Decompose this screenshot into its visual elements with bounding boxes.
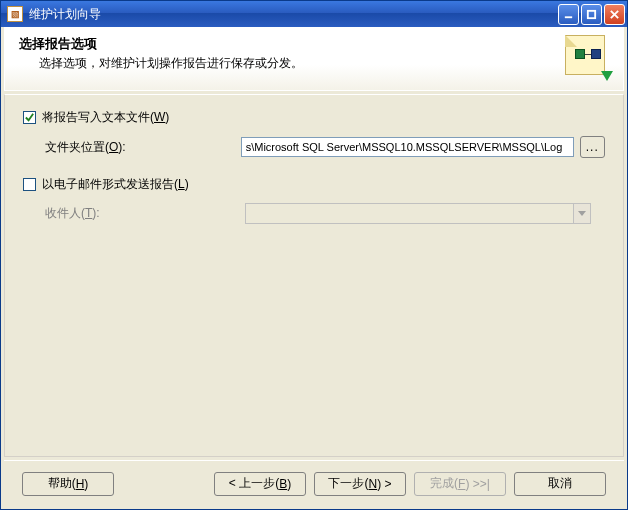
wizard-footer: 帮助(H) < 上一步(B) 下一步(N) > 完成(F) >>| 取消 xyxy=(4,461,624,506)
email-report-label[interactable]: 以电子邮件形式发送报告(L) xyxy=(42,176,189,193)
wizard-header-text: 选择报告选项 选择选项，对维护计划操作报告进行保存或分发。 xyxy=(19,35,611,72)
page-title: 选择报告选项 xyxy=(19,35,611,53)
email-report-checkbox[interactable] xyxy=(23,178,36,191)
folder-location-input[interactable]: s\Microsoft SQL Server\MSSQL10.MSSQLSERV… xyxy=(241,137,574,157)
folder-location-row: 文件夹位置(O): s\Microsoft SQL Server\MSSQL10… xyxy=(45,136,605,158)
recipient-combo-arrow xyxy=(573,204,590,223)
svg-rect-1 xyxy=(588,10,595,17)
close-button[interactable] xyxy=(604,4,625,25)
wizard-window: ▧ 维护计划向导 选择报告选项 选择选项，对维护计划操作报告进行保存或分发。 xyxy=(0,0,628,510)
recipient-row: 收件人(T): xyxy=(45,203,605,224)
window-title: 维护计划向导 xyxy=(29,6,558,23)
maximize-button[interactable] xyxy=(581,4,602,25)
ellipsis-icon: ... xyxy=(586,140,599,154)
folder-location-label: 文件夹位置(O): xyxy=(45,139,241,156)
svg-marker-4 xyxy=(578,211,586,216)
chevron-down-icon xyxy=(578,211,586,216)
next-button[interactable]: 下一步(N) > xyxy=(314,472,406,496)
write-to-file-row: 将报告写入文本文件(W) xyxy=(23,109,605,126)
browse-button[interactable]: ... xyxy=(580,136,605,158)
email-report-row: 以电子邮件形式发送报告(L) xyxy=(23,176,605,193)
wizard-graphic xyxy=(561,33,613,81)
window-controls xyxy=(558,4,625,25)
app-icon: ▧ xyxy=(7,6,23,22)
write-to-file-checkbox[interactable] xyxy=(23,111,36,124)
page-subtitle: 选择选项，对维护计划操作报告进行保存或分发。 xyxy=(19,55,611,72)
wizard-header: 选择报告选项 选择选项，对维护计划操作报告进行保存或分发。 xyxy=(4,27,624,91)
cancel-button[interactable]: 取消 xyxy=(514,472,606,496)
titlebar: ▧ 维护计划向导 xyxy=(1,1,627,27)
recipient-label: 收件人(T): xyxy=(45,205,245,222)
write-to-file-label[interactable]: 将报告写入文本文件(W) xyxy=(42,109,169,126)
recipient-combo-text xyxy=(246,204,573,223)
wizard-content: 将报告写入文本文件(W) 文件夹位置(O): s\Microsoft SQL S… xyxy=(4,94,624,457)
recipient-combo xyxy=(245,203,591,224)
minimize-button[interactable] xyxy=(558,4,579,25)
back-button[interactable]: < 上一步(B) xyxy=(214,472,306,496)
help-button[interactable]: 帮助(H) xyxy=(22,472,114,496)
finish-button: 完成(F) >>| xyxy=(414,472,506,496)
